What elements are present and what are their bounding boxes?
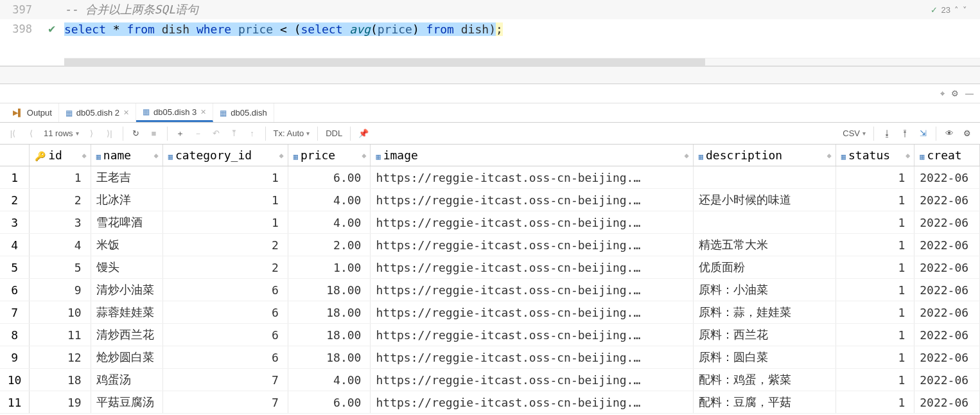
cell-image[interactable]: https://reggie-itcast.oss-cn-beijing.… — [371, 301, 693, 324]
cell-creat[interactable]: 2022-06 — [914, 369, 980, 391]
row-number[interactable]: 10 — [0, 369, 30, 391]
cell-name[interactable]: 北冰洋 — [91, 189, 162, 211]
cell-category[interactable]: 7 — [162, 369, 288, 391]
cell-price[interactable]: 18.00 — [288, 301, 371, 324]
code-editor[interactable]: 397 -- 合并以上两条SQL语句 398 ✔ select * from d… — [0, 0, 980, 66]
cell-id[interactable]: 1 — [30, 166, 91, 189]
cell-status[interactable]: 1 — [836, 301, 914, 324]
cell-status[interactable]: 1 — [836, 189, 914, 211]
cell-price[interactable]: 4.00 — [288, 189, 371, 211]
table-row[interactable]: 69清炒小油菜618.00https://reggie-itcast.oss-c… — [0, 279, 980, 301]
cell-status[interactable]: 1 — [836, 166, 914, 189]
cell-price[interactable]: 18.00 — [288, 346, 371, 369]
cell-name[interactable]: 馒头 — [91, 256, 162, 279]
commit2-button[interactable]: ↑ — [245, 126, 260, 141]
cell-description[interactable] — [693, 166, 836, 189]
cell-creat[interactable]: 2022-06 — [914, 189, 980, 211]
code-line-399[interactable] — [0, 39, 980, 58]
cell-price[interactable]: 6.00 — [288, 391, 371, 414]
cell-image[interactable]: https://reggie-itcast.oss-cn-beijing.… — [371, 234, 693, 256]
pin-button[interactable]: 📌 — [356, 126, 371, 141]
sort-icon[interactable]: ◆ — [684, 151, 688, 160]
reload-button[interactable]: ↻ — [128, 126, 144, 141]
cell-name[interactable]: 平菇豆腐汤 — [91, 391, 162, 414]
next-page-button[interactable]: ⟩ — [84, 126, 100, 141]
tab-output[interactable]: ▶▌Output — [6, 103, 59, 122]
cell-category[interactable]: 2 — [162, 256, 288, 279]
cell-creat[interactable]: 2022-06 — [914, 211, 980, 234]
col-header-id[interactable]: 🔑id◆ — [30, 145, 91, 166]
cell-name[interactable]: 清炒小油菜 — [91, 279, 162, 301]
cell-name[interactable]: 雪花啤酒 — [91, 211, 162, 234]
cell-price[interactable]: 6.00 — [288, 166, 371, 189]
rows-dropdown[interactable]: 11 rows▾ — [41, 128, 82, 138]
cell-name[interactable]: 鸡蛋汤 — [91, 369, 162, 391]
cell-description[interactable]: 配料：豆腐，平菇 — [693, 391, 836, 414]
commit-button[interactable]: ⤒ — [227, 126, 242, 141]
nav-down-icon[interactable]: ˅ — [963, 5, 967, 15]
cell-category[interactable]: 7 — [162, 391, 288, 414]
import-button[interactable]: ⭱ — [897, 126, 913, 141]
cell-creat[interactable]: 2022-06 — [914, 346, 980, 369]
row-number[interactable]: 9 — [0, 346, 30, 369]
cell-price[interactable]: 2.00 — [288, 234, 371, 256]
cell-image[interactable]: https://reggie-itcast.oss-cn-beijing.… — [371, 391, 693, 414]
cell-description[interactable]: 还是小时候的味道 — [693, 189, 836, 211]
col-header-price[interactable]: ▦price◆ — [288, 145, 371, 166]
minimize-icon[interactable]: — — [965, 89, 974, 98]
cell-price[interactable]: 4.00 — [288, 369, 371, 391]
cell-category[interactable]: 6 — [162, 324, 288, 346]
table-row[interactable]: 1018鸡蛋汤74.00https://reggie-itcast.oss-cn… — [0, 369, 980, 391]
cell-id[interactable]: 5 — [30, 256, 91, 279]
cell-name[interactable]: 蒜蓉娃娃菜 — [91, 301, 162, 324]
tab-db05-dish[interactable]: ▦db05.dish — [213, 103, 274, 122]
revert-button[interactable]: ↶ — [209, 126, 224, 141]
cell-image[interactable]: https://reggie-itcast.oss-cn-beijing.… — [371, 346, 693, 369]
cell-name[interactable]: 炝炒圆白菜 — [91, 346, 162, 369]
cell-status[interactable]: 1 — [836, 256, 914, 279]
export-button[interactable]: ⭳ — [879, 126, 895, 141]
table-row[interactable]: 55馒头21.00https://reggie-itcast.oss-cn-be… — [0, 256, 980, 279]
cell-status[interactable]: 1 — [836, 369, 914, 391]
table-row[interactable]: 22北冰洋14.00https://reggie-itcast.oss-cn-b… — [0, 189, 980, 211]
cell-creat[interactable]: 2022-06 — [914, 324, 980, 346]
target-icon[interactable]: ⌖ — [940, 89, 945, 99]
cell-category[interactable]: 6 — [162, 279, 288, 301]
table-row[interactable]: 912炝炒圆白菜618.00https://reggie-itcast.oss-… — [0, 346, 980, 369]
col-header-description[interactable]: ▦description◆ — [693, 145, 836, 166]
cell-status[interactable]: 1 — [836, 324, 914, 346]
cell-image[interactable]: https://reggie-itcast.oss-cn-beijing.… — [371, 256, 693, 279]
sort-icon[interactable]: ◆ — [827, 151, 832, 160]
cell-image[interactable]: https://reggie-itcast.oss-cn-beijing.… — [371, 279, 693, 301]
row-number[interactable]: 3 — [0, 211, 30, 234]
cell-creat[interactable]: 2022-06 — [914, 279, 980, 301]
col-header-name[interactable]: ▦name◆ — [91, 145, 162, 166]
col-header-category[interactable]: ▦category_id◆ — [162, 145, 288, 166]
cell-description[interactable]: 原料：西兰花 — [693, 324, 836, 346]
cell-description[interactable] — [693, 211, 836, 234]
gear-icon[interactable]: ⚙ — [951, 89, 959, 98]
import2-button[interactable]: ⇲ — [915, 126, 931, 141]
cell-description[interactable]: 优质面粉 — [693, 256, 836, 279]
table-row[interactable]: 710蒜蓉娃娃菜618.00https://reggie-itcast.oss-… — [0, 301, 980, 324]
cell-id[interactable]: 19 — [30, 391, 91, 414]
col-header-status[interactable]: ▦status◆ — [836, 145, 914, 166]
cell-image[interactable]: https://reggie-itcast.oss-cn-beijing.… — [371, 189, 693, 211]
cell-image[interactable]: https://reggie-itcast.oss-cn-beijing.… — [371, 369, 693, 391]
cell-status[interactable]: 1 — [836, 391, 914, 414]
prev-page-button[interactable]: ⟨ — [23, 126, 39, 141]
scrollbar-thumb[interactable] — [64, 58, 705, 66]
cell-category[interactable]: 6 — [162, 301, 288, 324]
table-row[interactable]: 1119平菇豆腐汤76.00https://reggie-itcast.oss-… — [0, 391, 980, 414]
row-number[interactable]: 2 — [0, 189, 30, 211]
tab-db05-dish-3[interactable]: ▦db05.dish 3✕ — [136, 103, 213, 122]
cell-category[interactable]: 2 — [162, 234, 288, 256]
cell-price[interactable]: 1.00 — [288, 256, 371, 279]
close-icon[interactable]: ✕ — [200, 108, 206, 116]
cell-category[interactable]: 1 — [162, 166, 288, 189]
editor-h-scrollbar[interactable] — [64, 58, 980, 66]
cell-status[interactable]: 1 — [836, 346, 914, 369]
cell-price[interactable]: 4.00 — [288, 211, 371, 234]
ddl-button[interactable]: DDL — [323, 126, 345, 141]
tx-mode-dropdown[interactable]: Tx: Auto▾ — [271, 128, 313, 138]
